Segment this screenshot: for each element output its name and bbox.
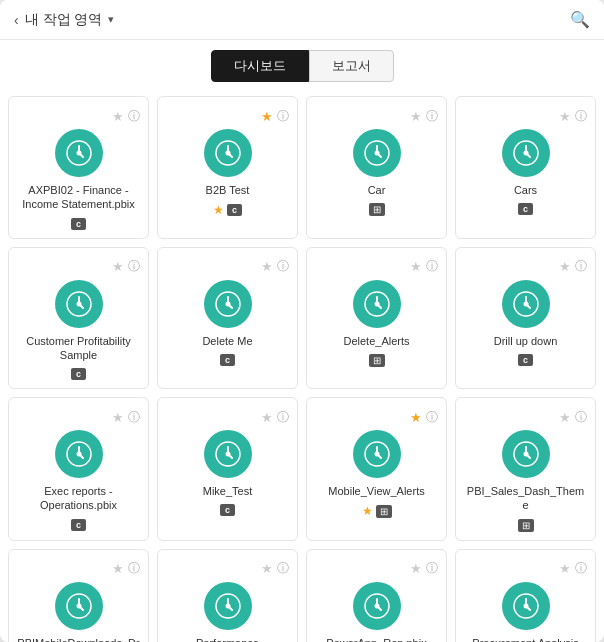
card-header: ★ⓘ bbox=[315, 258, 438, 276]
star-icon[interactable]: ★ bbox=[112, 109, 124, 124]
badge-label: c bbox=[220, 354, 235, 366]
info-icon[interactable]: ⓘ bbox=[128, 560, 140, 577]
badge-label: c bbox=[71, 368, 86, 380]
card-header: ★ⓘ bbox=[17, 107, 140, 125]
star-icon[interactable]: ★ bbox=[112, 561, 124, 576]
star-icon[interactable]: ★ bbox=[261, 259, 273, 274]
info-icon[interactable]: ⓘ bbox=[277, 108, 289, 125]
svg-point-31 bbox=[523, 603, 528, 608]
search-icon[interactable]: 🔍 bbox=[570, 10, 590, 29]
info-icon[interactable]: ⓘ bbox=[426, 258, 438, 275]
info-icon[interactable]: ⓘ bbox=[575, 560, 587, 577]
card-title: Cars bbox=[514, 183, 537, 197]
card-customer-profitability[interactable]: ★ⓘ Customer Profitability Samplec bbox=[8, 247, 149, 390]
info-icon[interactable]: ⓘ bbox=[128, 409, 140, 426]
svg-point-9 bbox=[76, 301, 81, 306]
svg-point-29 bbox=[374, 603, 379, 608]
star-icon[interactable]: ★ bbox=[559, 410, 571, 425]
card-title: Drill up down bbox=[494, 334, 558, 348]
card-cars[interactable]: ★ⓘ Carsc bbox=[455, 96, 596, 239]
card-header: ★ⓘ bbox=[166, 258, 289, 276]
info-icon[interactable]: ⓘ bbox=[575, 108, 587, 125]
info-icon[interactable]: ⓘ bbox=[426, 560, 438, 577]
grid-scroll[interactable]: ★ⓘ AXPBI02 - Finance - Income Statement.… bbox=[0, 92, 604, 642]
info-icon[interactable]: ⓘ bbox=[575, 409, 587, 426]
workspace-caret[interactable]: ▾ bbox=[108, 13, 114, 26]
card-icon bbox=[353, 280, 401, 328]
star-icon[interactable]: ★ bbox=[410, 259, 422, 274]
star-icon[interactable]: ★ bbox=[112, 259, 124, 274]
svg-point-3 bbox=[225, 151, 230, 156]
card-icon bbox=[502, 430, 550, 478]
info-icon[interactable]: ⓘ bbox=[128, 108, 140, 125]
card-powerapp-rep[interactable]: ★ⓘ PowerApp_Rep.pbixc bbox=[306, 549, 447, 642]
star-icon[interactable]: ★ bbox=[410, 561, 422, 576]
info-icon[interactable]: ⓘ bbox=[277, 560, 289, 577]
card-title: Exec reports - Operations.pbix bbox=[17, 484, 140, 513]
card-icon bbox=[204, 430, 252, 478]
tab-report[interactable]: 보고서 bbox=[309, 50, 394, 82]
star-icon[interactable]: ★ bbox=[410, 109, 422, 124]
card-title: PowerApp_Rep.pbix bbox=[326, 636, 426, 642]
card-mobile-view-alerts[interactable]: ★ⓘ Mobile_View_Alerts★⊞ bbox=[306, 397, 447, 541]
info-icon[interactable]: ⓘ bbox=[426, 409, 438, 426]
back-button[interactable]: ‹ bbox=[14, 12, 19, 28]
star-icon[interactable]: ★ bbox=[112, 410, 124, 425]
star-icon[interactable]: ★ bbox=[410, 410, 422, 425]
star-icon[interactable]: ★ bbox=[261, 410, 273, 425]
card-axpbi02[interactable]: ★ⓘ AXPBI02 - Finance - Income Statement.… bbox=[8, 96, 149, 239]
info-icon[interactable]: ⓘ bbox=[575, 258, 587, 275]
svg-point-27 bbox=[225, 603, 230, 608]
info-icon[interactable]: ⓘ bbox=[277, 409, 289, 426]
card-header: ★ⓘ bbox=[17, 408, 140, 426]
card-car[interactable]: ★ⓘ Car⊞ bbox=[306, 96, 447, 239]
card-header: ★ⓘ bbox=[166, 560, 289, 578]
badge-label: c bbox=[518, 203, 533, 215]
info-icon[interactable]: ⓘ bbox=[277, 258, 289, 275]
card-icon bbox=[353, 582, 401, 630]
svg-point-1 bbox=[76, 151, 81, 156]
badge-star-icon: ★ bbox=[362, 504, 373, 518]
card-title: Mike_Test bbox=[203, 484, 253, 498]
card-pbimobile[interactable]: ★ⓘ PBIMobileDownloads_DrillTable&Cack.pb… bbox=[8, 549, 149, 642]
svg-point-19 bbox=[225, 452, 230, 457]
star-icon[interactable]: ★ bbox=[559, 561, 571, 576]
svg-point-11 bbox=[225, 301, 230, 306]
card-exec-reports[interactable]: ★ⓘ Exec reports - Operations.pbixc bbox=[8, 397, 149, 541]
card-badges: c bbox=[71, 218, 86, 230]
card-drill-up-down[interactable]: ★ⓘ Drill up downc bbox=[455, 247, 596, 390]
card-title: Delete Me bbox=[202, 334, 252, 348]
badge-label: c bbox=[71, 519, 86, 531]
badge-grid-icon: ⊞ bbox=[369, 203, 385, 216]
card-procurement[interactable]: ★ⓘ Procurement Analysis Samplec bbox=[455, 549, 596, 642]
info-icon[interactable]: ⓘ bbox=[426, 108, 438, 125]
star-icon[interactable]: ★ bbox=[261, 561, 273, 576]
card-badges: c bbox=[220, 354, 235, 366]
card-pbi-sales-dash[interactable]: ★ⓘ PBI_Sales_Dash_Theme⊞ bbox=[455, 397, 596, 541]
star-icon[interactable]: ★ bbox=[559, 259, 571, 274]
card-badges: c bbox=[518, 354, 533, 366]
svg-point-25 bbox=[76, 603, 81, 608]
card-delete-alerts[interactable]: ★ⓘ Delete_Alerts⊞ bbox=[306, 247, 447, 390]
info-icon[interactable]: ⓘ bbox=[128, 258, 140, 275]
star-icon[interactable]: ★ bbox=[559, 109, 571, 124]
star-icon[interactable]: ★ bbox=[261, 109, 273, 124]
card-header: ★ⓘ bbox=[17, 560, 140, 578]
tab-bar: 다시보드 보고서 bbox=[0, 40, 604, 92]
card-header: ★ⓘ bbox=[315, 408, 438, 426]
card-mike-test[interactable]: ★ⓘ Mike_Testc bbox=[157, 397, 298, 541]
tab-dashboard[interactable]: 다시보드 bbox=[211, 50, 309, 82]
top-bar: ‹ 내 작업 영역 ▾ 🔍 bbox=[0, 0, 604, 40]
card-title: Car bbox=[368, 183, 386, 197]
card-header: ★ⓘ bbox=[315, 560, 438, 578]
badge-grid-icon: ⊞ bbox=[518, 519, 534, 532]
card-delete-me[interactable]: ★ⓘ Delete Mec bbox=[157, 247, 298, 390]
card-title: Performance bbox=[196, 636, 259, 642]
card-b2b-test[interactable]: ★ⓘ B2B Test★c bbox=[157, 96, 298, 239]
card-performance[interactable]: ★ⓘ Performancec bbox=[157, 549, 298, 642]
svg-point-7 bbox=[523, 151, 528, 156]
card-badges: c bbox=[518, 203, 533, 215]
badge-label: c bbox=[220, 504, 235, 516]
card-badges: ★c bbox=[213, 203, 242, 217]
card-icon bbox=[204, 129, 252, 177]
